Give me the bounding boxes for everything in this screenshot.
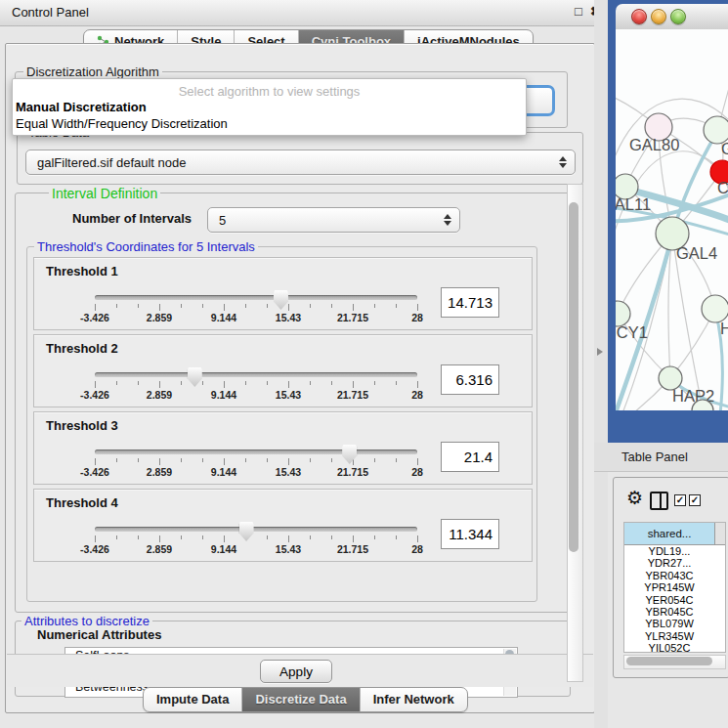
stepper-arrows-icon [556,156,569,168]
table-row[interactable]: YLR345WYLR3 [624,630,725,642]
thresholds-title: Threshold's Coordinates for 5 Intervals [34,239,258,254]
table-row[interactable]: YER054CYER0 [624,594,725,606]
slider-tick [202,458,203,462]
scrollbar-thumb[interactable] [626,657,712,665]
attributes-title: Attributes to discretize [21,614,152,628]
table-cell: YBR0 [715,606,726,618]
table-data-group: Table Data galFiltered.sif default node [17,132,583,185]
column-layout-icon[interactable] [650,492,668,510]
left-panel-scrollbar[interactable] [567,184,583,682]
dropdown-option-equal-width[interactable]: Equal Width/Frequency Discretization [16,116,228,131]
slider-tick [353,304,354,311]
threshold-value-field[interactable]: 14.713 [441,287,499,318]
slider-scale-label: -3.426 [80,312,109,323]
table-row[interactable]: YBR043CYBR0 [624,570,725,581]
column-header-name[interactable]: n [715,523,726,544]
slider-scale-label: 21.715 [337,543,368,555]
slider-scale-label: 15.43 [276,312,301,323]
slider-tick [245,304,246,308]
tab-infer-network[interactable]: Infer Network [361,688,467,711]
slider-scale-label: 2.859 [147,312,172,323]
splitter-arrow-icon[interactable] [597,348,603,356]
table-data-combo[interactable]: galFiltered.sif default node [25,150,576,175]
slider-thumb[interactable] [239,522,254,541]
discretization-algorithm-title: Discretization Algorithm [23,64,162,79]
threshold-label: Threshold 1 [46,264,118,278]
table-cell: YDL19... [624,545,715,557]
minimize-traffic-light-icon[interactable] [651,9,666,24]
table-row[interactable]: YDR27...YDR2 [624,557,725,569]
slider-tick [353,535,354,542]
slider-tick [417,458,418,465]
slider-tick [417,535,418,542]
network-canvas[interactable]: GAL80GACYGAL11GAL4GCY1HAHAP2 [616,29,728,410]
threshold-label: Threshold 3 [46,418,118,433]
slider-tick [95,535,96,542]
slider-tick [202,535,203,539]
tab-discretize-data[interactable]: Discretize Data [242,688,360,711]
table-header-row: shared...n [624,523,725,545]
slider-tick [159,304,160,311]
close-traffic-light-icon[interactable] [631,9,647,24]
slider-tick [396,458,397,462]
threshold-row: Threshold 3-3.4262.8599.14415.4321.71528… [33,411,533,485]
bottom-tab-bar: Impute DataDiscretize DataInfer Network [143,687,468,712]
slider-scale-label: 2.859 [147,466,172,478]
slider-tick [116,458,117,462]
checkbox-checked-icon[interactable]: ✓ [689,494,701,506]
number-of-intervals-combo[interactable]: 5 [207,207,460,233]
network-node-label: GAL80 [629,136,679,153]
threshold-value-field[interactable]: 21.4 [441,442,499,472]
threshold-value-field[interactable]: 11.344 [441,519,499,549]
network-window-titlebar[interactable] [616,4,728,30]
apply-button[interactable]: Apply [260,660,332,683]
table-body: YDL19...YDL1YDR27...YDR2YBR043CYBR0YPR14… [624,545,725,653]
slider-scale-label: 28 [411,389,423,401]
node-table[interactable]: shared...n YDL19...YDL1YDR27...YDR2YBR04… [623,522,726,653]
table-cell: YDR27... [624,557,715,569]
table-row[interactable]: YPR145WYPR1 [624,581,725,593]
network-node[interactable] [702,295,728,322]
apply-row: Apply [7,654,593,687]
slider-tick [288,304,289,311]
table-row[interactable]: YIL052CYIL0 [624,642,725,653]
column-header-shared-name[interactable]: shared... [624,523,715,544]
slider-scale-label: 2.859 [147,389,172,401]
dropdown-hint: Select algorithm to view settings [13,84,526,99]
zoom-traffic-light-icon[interactable] [670,9,686,24]
slider-tick [396,304,397,308]
maximize-icon[interactable]: □ [575,4,582,19]
gear-icon[interactable]: ⚙ [626,489,643,507]
slider-scale-label: 28 [411,312,423,323]
slider-tick [181,381,182,385]
table-row[interactable]: YBL079WYBL0 [624,618,725,629]
slider-thumb[interactable] [188,367,202,387]
slider-scale-label: -3.426 [80,543,109,555]
table-cell: YER0 [715,594,726,606]
slider-tick [159,381,160,388]
table-row[interactable]: YDL19...YDL1 [624,545,725,557]
scrollbar-thumb[interactable] [569,202,578,552]
numerical-attributes-label: Numerical Attributes [37,627,161,642]
slider-thumb[interactable] [274,290,288,310]
slider-track[interactable] [95,295,417,300]
slider-track[interactable] [95,372,417,377]
panel-divider[interactable] [594,0,608,728]
slider-scale-label: 15.43 [276,466,301,478]
checkbox-checked-icon[interactable]: ✓ [674,494,686,506]
slider-scale-label: 21.715 [337,466,368,478]
slider-tick [181,304,182,308]
tab-impute-data[interactable]: Impute Data [144,688,242,711]
slider-track[interactable] [95,527,417,532]
table-horizontal-scrollbar[interactable] [623,655,726,669]
slider-track[interactable] [95,450,417,454]
slider-tick [95,381,96,388]
slider-tick [202,304,203,308]
slider-scale-label: 2.859 [147,543,172,555]
slider-scale-label: 15.43 [276,543,301,555]
slider-scale-label: 21.715 [337,312,368,323]
slider-thumb[interactable] [342,445,357,464]
dropdown-option-manual[interactable]: Manual Discretization [16,100,147,114]
threshold-value-field[interactable]: 6.316 [441,364,499,395]
table-row[interactable]: YBR045CYBR0 [624,606,725,618]
